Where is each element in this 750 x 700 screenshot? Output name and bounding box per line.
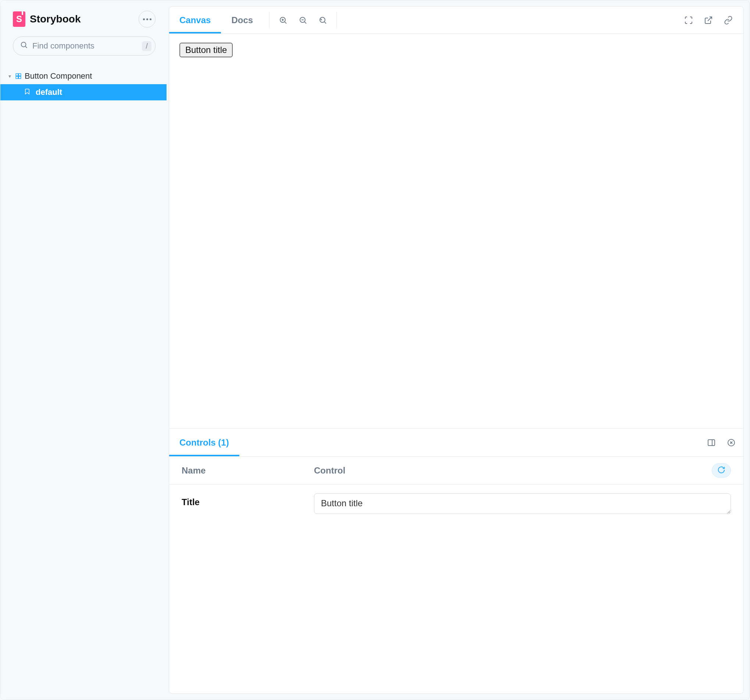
svg-line-1 (25, 46, 27, 48)
svg-point-0 (22, 42, 26, 47)
control-input-title[interactable] (314, 493, 731, 514)
controls-header-control: Control (314, 465, 712, 476)
search-input[interactable] (32, 41, 142, 51)
tab-docs[interactable]: Docs (221, 7, 263, 34)
toolbar-divider (269, 12, 269, 28)
search-icon (20, 41, 28, 51)
control-name: Title (181, 493, 314, 507)
zoom-in-icon[interactable] (278, 15, 288, 25)
ellipsis-icon (143, 18, 151, 20)
control-row-title: Title (169, 485, 743, 525)
nav-story-default[interactable]: default (0, 84, 166, 100)
svg-line-15 (708, 17, 712, 21)
reset-controls-button[interactable] (712, 463, 731, 478)
explorer-nav: ▾ Button Component default (0, 61, 166, 100)
chevron-down-icon: ▾ (7, 73, 12, 79)
preview-button[interactable]: Button title (180, 43, 233, 57)
svg-rect-16 (708, 440, 715, 446)
brand[interactable]: Storybook (13, 11, 80, 27)
svg-line-14 (324, 22, 326, 23)
search-field[interactable]: / (13, 36, 155, 55)
tab-canvas[interactable]: Canvas (169, 7, 221, 34)
zoom-reset-icon[interactable] (318, 15, 327, 25)
preview-toolbar: Canvas Docs (169, 7, 743, 34)
component-icon (15, 73, 22, 79)
svg-rect-3 (19, 74, 21, 76)
refresh-icon (717, 466, 725, 475)
toolbar-divider (337, 12, 337, 28)
close-panel-icon[interactable] (727, 438, 736, 448)
panel-orientation-icon[interactable] (707, 438, 716, 448)
addons-panel: Controls (1) Name Control (169, 429, 743, 693)
svg-line-12 (305, 22, 306, 23)
brand-name: Storybook (30, 13, 80, 25)
copy-link-icon[interactable] (724, 15, 733, 25)
svg-line-9 (285, 22, 286, 23)
sidebar-menu-button[interactable] (138, 11, 155, 28)
nav-story-label: default (36, 88, 62, 97)
zoom-out-icon[interactable] (298, 15, 308, 25)
nav-component-label: Button Component (25, 71, 92, 81)
controls-header-name: Name (181, 465, 314, 476)
svg-rect-2 (16, 74, 18, 76)
search-shortcut: / (142, 41, 151, 51)
bookmark-icon (24, 88, 31, 97)
storybook-logo-icon (13, 11, 25, 27)
addon-tab-controls[interactable]: Controls (1) (169, 429, 239, 456)
svg-rect-5 (19, 77, 21, 78)
canvas-preview: Button title (169, 34, 743, 429)
sidebar: Storybook / ▾ (0, 0, 166, 700)
open-new-tab-icon[interactable] (704, 15, 713, 25)
nav-component-button-component[interactable]: ▾ Button Component (0, 68, 166, 84)
svg-rect-4 (16, 77, 18, 78)
fullscreen-icon[interactable] (684, 15, 693, 25)
